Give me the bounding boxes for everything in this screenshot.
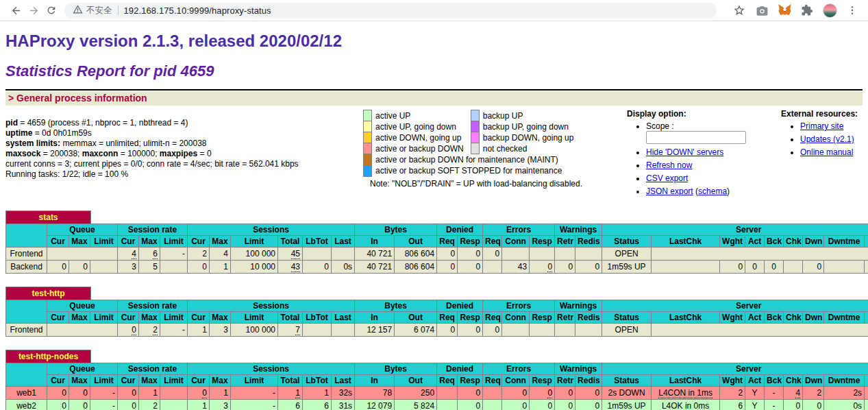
- table-cell: [652, 248, 868, 261]
- warning-icon[interactable]: [73, 4, 83, 16]
- link-csv-export[interactable]: CSV export: [646, 173, 688, 183]
- link-hide-down-servers[interactable]: Hide 'DOWN' servers: [646, 147, 723, 157]
- proxy-title: test-http-nodes: [5, 350, 91, 363]
- proxy-section: test-http-nodesQueueSession rateSessions…: [5, 350, 863, 410]
- table-cell: [90, 261, 118, 274]
- back-button[interactable]: [7, 1, 25, 19]
- column-header: Wght: [720, 312, 745, 324]
- toolbar-actions: [726, 1, 861, 19]
- column-header: Max: [69, 236, 90, 248]
- legend-label: backup UP, going down: [479, 121, 580, 132]
- table-cell: 0: [437, 261, 458, 274]
- table-cell: Y: [745, 387, 765, 400]
- display-options: Display option: Scope : Hide 'DOWN' serv…: [627, 108, 769, 200]
- table-cell: 6: [303, 400, 332, 410]
- row-name-cell: Frontend: [6, 324, 47, 337]
- link-online-manual[interactable]: Online manual: [800, 147, 853, 157]
- column-group-header: Session rate: [118, 363, 188, 375]
- table-cell: 0: [69, 387, 90, 400]
- legend-label: active DOWN, going up: [372, 132, 471, 143]
- table-cell: 0: [188, 261, 210, 274]
- column-header: Act: [745, 312, 765, 324]
- link-refresh-now[interactable]: Refresh now: [646, 160, 692, 170]
- table-cell: 4: [118, 248, 139, 261]
- camera-extension-button[interactable]: [753, 1, 771, 19]
- profile-button[interactable]: [821, 1, 839, 19]
- column-group-header: Bytes: [355, 300, 437, 312]
- page-title[interactable]: HAProxy version 2.1.3, released 2020/02/…: [5, 32, 863, 51]
- link-json-export[interactable]: JSON export: [646, 186, 693, 196]
- table-cell: [332, 324, 355, 337]
- table-row: web100-0101-1132s78250000002s DOWNL4CON …: [6, 387, 868, 400]
- table-cell: 0: [47, 261, 69, 274]
- table-cell: 0: [502, 387, 530, 400]
- column-group-header: Queue: [47, 363, 118, 375]
- table-cell: 0: [530, 400, 555, 410]
- table-cell: 0: [69, 400, 90, 410]
- column-header: Wght: [720, 236, 745, 248]
- column-header: LastChk: [652, 236, 720, 248]
- table-cell: [437, 400, 458, 410]
- table-cell: 3: [118, 261, 139, 274]
- table-cell: 0: [47, 400, 69, 410]
- row-name-cell: web1: [6, 387, 47, 400]
- table-cell: -: [231, 387, 278, 400]
- column-header: Max: [139, 236, 160, 248]
- bookmark-button[interactable]: [730, 1, 748, 19]
- metamask-extension-button[interactable]: [776, 1, 793, 19]
- legend-table: active UPbackup UPactive UP, going downb…: [363, 110, 580, 177]
- column-header: Chk: [784, 312, 803, 324]
- column-header: Status: [602, 312, 652, 324]
- table-cell: 0: [803, 261, 824, 274]
- process-info-line: current conns = 3; current pipes = 0/0; …: [5, 159, 363, 169]
- link-json-schema[interactable]: schema: [698, 186, 727, 196]
- column-header: Out: [395, 312, 437, 324]
- table-cell: -: [765, 400, 784, 410]
- menu-button[interactable]: [843, 1, 861, 19]
- section-header: > General process information: [5, 91, 863, 106]
- table-cell: 6 074: [395, 324, 437, 337]
- column-header: Status: [602, 236, 652, 248]
- legend-swatch: [364, 132, 372, 143]
- table-cell: [47, 248, 118, 261]
- refresh-button[interactable]: [42, 1, 60, 19]
- table-cell: L4OK in 0ms: [652, 400, 720, 410]
- table-cell: [652, 261, 720, 274]
- url-bar[interactable]: 不安全 192.168.175.10:9999/haproxy-status: [64, 3, 717, 19]
- column-header: Max: [139, 312, 160, 324]
- scope-input[interactable]: [646, 131, 746, 144]
- column-header: Bck: [765, 375, 784, 387]
- column-header: Resp: [458, 375, 483, 387]
- table-cell: 12 157: [355, 324, 395, 337]
- column-group-header: Warnings: [555, 300, 602, 312]
- column-header: LastChk: [652, 375, 720, 387]
- link-primary-site[interactable]: Primary site: [800, 121, 843, 131]
- table-cell: 5: [139, 261, 160, 274]
- column-header: Dwntme: [824, 236, 865, 248]
- column-header: Req: [437, 236, 458, 248]
- process-info-line: uptime = 0d 0h01m59s: [5, 128, 363, 138]
- table-cell: 1: [210, 261, 231, 274]
- table-cell: [160, 261, 188, 274]
- row-name-cell: web2: [6, 400, 47, 410]
- column-group-header: Session rate: [118, 224, 188, 236]
- schema-paren-close: ): [727, 186, 730, 196]
- table-row: Frontend02-13100 000712 1576 074000OPEN: [6, 324, 868, 337]
- column-header: Req: [483, 312, 502, 324]
- security-label: 不安全: [86, 5, 112, 16]
- proxy-tables-container: statsQueueSession rateSessionsBytesDenie…: [5, 210, 863, 410]
- column-group-header: Bytes: [355, 224, 437, 236]
- column-group-header: Errors: [483, 300, 555, 312]
- process-info-line: maxsock = 200038; maxconn = 100000; maxp…: [5, 149, 363, 159]
- extensions-button[interactable]: [798, 1, 816, 19]
- table-cell: 0: [458, 400, 483, 410]
- link-updates[interactable]: Updates (v2.1): [800, 134, 854, 144]
- column-header: Cur: [118, 236, 139, 248]
- column-header: Conn: [502, 312, 530, 324]
- forward-button[interactable]: [25, 1, 42, 19]
- stats-table: QueueSession rateSessionsBytesDeniedErro…: [5, 224, 868, 274]
- column-header: Conn: [502, 236, 530, 248]
- url-text[interactable]: 192.168.175.10:9999/haproxy-status: [124, 5, 271, 16]
- table-cell: 0: [483, 248, 502, 261]
- column-header: Max: [69, 375, 90, 387]
